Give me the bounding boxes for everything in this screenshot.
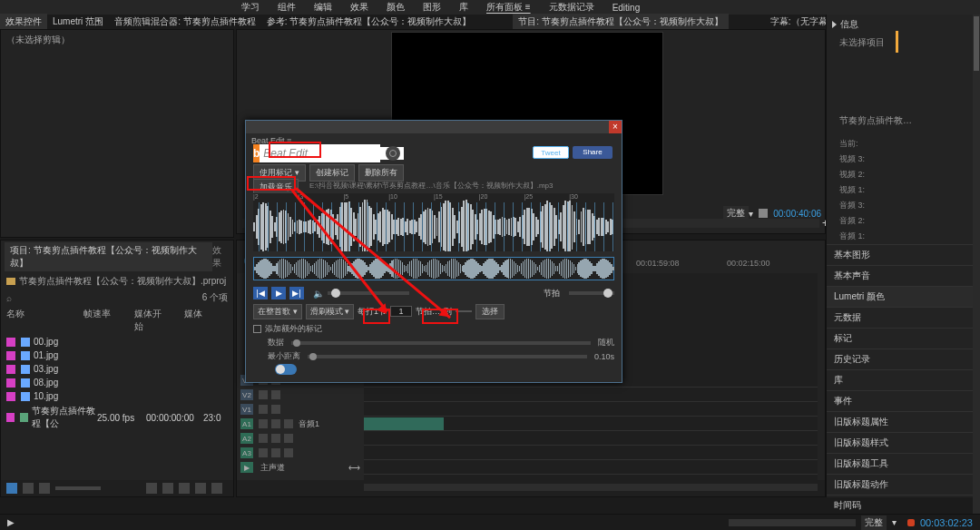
new-item-icon[interactable]: [195, 483, 206, 494]
find-icon[interactable]: [162, 483, 173, 494]
scope-select[interactable]: 在整首歌 ▾: [253, 304, 302, 319]
auto-seq-icon[interactable]: [146, 483, 157, 494]
new-bin-icon[interactable]: [179, 483, 190, 494]
track-row: [364, 446, 818, 460]
project-bin-name: 节奏剪点插件教程【公众号：视频制作大叔】.prproj: [19, 275, 226, 288]
trash-icon[interactable]: [211, 483, 222, 494]
beatedit-filepath: E:\抖音视频\课程\素材\节奏剪点教程…\音乐【公众号：视频制作大叔】.mp3: [309, 181, 614, 191]
acc-events[interactable]: 事件: [827, 390, 980, 411]
extra-markers-checkbox[interactable]: [253, 325, 261, 333]
every-n-field[interactable]: 1: [390, 306, 412, 317]
project-row[interactable]: 03.jpg: [1, 362, 233, 376]
tab-program[interactable]: 节目: 节奏剪点插件教程【公众号：视频制作大叔】: [513, 14, 729, 30]
beatedit-ruler: |2|3|5|10|15|20|25|30: [253, 193, 614, 202]
menu-compose[interactable]: 组件: [278, 1, 296, 14]
menu-graphic[interactable]: 图形: [423, 1, 441, 14]
delete-all-button[interactable]: 删除所有: [358, 164, 404, 182]
volume-slider[interactable]: [328, 291, 409, 295]
col-start[interactable]: 媒体开始: [134, 308, 168, 333]
track-v2[interactable]: V2: [237, 388, 364, 402]
acc-legacy-title-styles[interactable]: 旧版标题样式: [827, 432, 980, 453]
settings-gear-icon[interactable]: [386, 146, 400, 161]
tweet-button[interactable]: Tweet: [533, 146, 569, 159]
status-zoom-select[interactable]: 完整: [861, 515, 887, 530]
track-v1[interactable]: V1: [237, 402, 364, 417]
min-distance-slider[interactable]: [308, 355, 587, 358]
acc-history[interactable]: 历史记录: [827, 348, 980, 369]
bing-search-input[interactable]: [260, 147, 404, 160]
freeform-icon[interactable]: [39, 483, 50, 494]
density-slider[interactable]: [291, 341, 591, 345]
wrench-icon[interactable]: [759, 209, 768, 218]
col-media[interactable]: 媒体: [184, 308, 211, 333]
status-bar: ▶ 完整▾ 00:03:02:23: [0, 514, 980, 530]
effects-no-clip: （未选择剪辑）: [1, 30, 233, 50]
beatedit-overview[interactable]: [253, 257, 614, 280]
track-a2[interactable]: A2: [237, 431, 364, 446]
acc-legacy-title-actions[interactable]: 旧版标题动作: [827, 474, 980, 495]
mode-select[interactable]: 滑刷模式 ▾: [306, 304, 355, 319]
acc-legacy-title-tools[interactable]: 旧版标题工具: [827, 453, 980, 474]
menu-allpanels[interactable]: 所有面板 ≡: [486, 1, 531, 14]
timeline-hscroll[interactable]: [364, 484, 818, 491]
tab-lumetri-scopes[interactable]: Lumetri 范围: [47, 14, 109, 30]
track-master[interactable]: ▶主声道⟷: [237, 460, 364, 475]
project-row[interactable]: 01.jpg: [1, 348, 233, 362]
project-row[interactable]: 10.jpg: [1, 389, 233, 403]
select-button[interactable]: 选择: [475, 304, 505, 319]
menu-learn[interactable]: 学习: [241, 1, 260, 14]
create-marker-button[interactable]: 创建标记: [309, 164, 355, 182]
project-tab[interactable]: 项目: 节奏剪点插件教程【公众号：视频制作大叔】: [5, 242, 212, 271]
modal-titlebar[interactable]: ×: [246, 121, 622, 133]
project-row[interactable]: 08.jpg: [1, 376, 233, 389]
col-name[interactable]: 名称: [6, 308, 67, 333]
right-scrollbar[interactable]: [973, 15, 980, 514]
zoom-slider[interactable]: [55, 486, 101, 490]
tempo-label: 节拍: [544, 288, 560, 299]
tab-audio-mixer[interactable]: 音频煎辑混合器: 节奏剪点插件教程: [109, 14, 261, 30]
project-row[interactable]: 00.jpg: [1, 335, 233, 348]
tab-effect-controls[interactable]: 效果控件: [0, 14, 47, 30]
acc-metadata[interactable]: 元数据: [827, 307, 980, 328]
project-row[interactable]: 节奏剪点插件教程【公 25.00 fps 00:00:00:00 23:0: [1, 403, 233, 432]
facebook-share-button[interactable]: Share: [573, 146, 612, 159]
project-effects-tab[interactable]: 效果: [212, 244, 230, 270]
search-icon[interactable]: ⌕: [6, 293, 12, 303]
acc-timecode[interactable]: 时间码: [827, 495, 980, 515]
menu-effects[interactable]: 效果: [350, 1, 368, 14]
acc-essential-graphics[interactable]: 基本图形: [827, 244, 980, 265]
col-rate[interactable]: 帧速率: [83, 308, 117, 333]
track-a3[interactable]: A3: [237, 446, 364, 460]
menu-color[interactable]: 颜色: [387, 1, 405, 14]
info-orange-indicator: [896, 31, 898, 53]
list-view-icon[interactable]: [6, 483, 17, 494]
bing-searchbox[interactable]: b: [253, 144, 380, 162]
skip-start-icon[interactable]: |◀: [253, 287, 268, 299]
menu-editing[interactable]: Editing: [612, 3, 641, 13]
acc-lumetri-color[interactable]: Lumetri 颜色: [827, 286, 980, 307]
track-a1[interactable]: A1音频1: [237, 417, 364, 431]
menu-metadata[interactable]: 元数据记录: [549, 1, 594, 14]
tab-source[interactable]: 参考: 节奏剪点插件教程【公众号：视频制作大叔】: [261, 14, 477, 30]
menu-edit[interactable]: 编辑: [314, 1, 332, 14]
play-icon[interactable]: ▶: [271, 287, 286, 299]
beatedit-toggle[interactable]: [275, 364, 297, 375]
info-stub-3: 视频 1:: [827, 182, 980, 198]
beatedit-waveform[interactable]: |2|3|5|10|15|20|25|30: [253, 193, 614, 251]
status-play-icon[interactable]: ▶: [7, 517, 15, 527]
icon-view-icon[interactable]: [23, 483, 34, 494]
acc-libraries[interactable]: 库: [827, 369, 980, 390]
acc-legacy-title-props[interactable]: 旧版标题属性: [827, 411, 980, 432]
tri-icon: [832, 21, 837, 28]
info-panel-title[interactable]: 信息: [840, 18, 858, 31]
tempo-slider[interactable]: [569, 291, 614, 295]
row-a-val: 随机: [598, 337, 614, 348]
acc-markers[interactable]: 标记: [827, 328, 980, 348]
info-no-item: 未选择项目: [827, 34, 980, 58]
close-icon[interactable]: ×: [609, 121, 622, 133]
skip-end-icon[interactable]: ▶|: [289, 287, 304, 299]
to-n-field[interactable]: [456, 310, 472, 312]
acc-essential-sound[interactable]: 基本声音: [827, 265, 980, 286]
menu-library[interactable]: 库: [459, 1, 468, 14]
beatedit-transport: |◀ ▶ ▶| 🔈 节拍: [253, 286, 614, 300]
